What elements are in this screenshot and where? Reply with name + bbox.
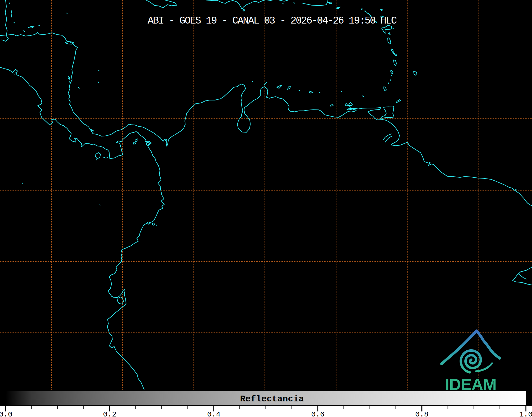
svg-text:0.0: 0.0: [0, 410, 12, 417]
svg-text:0.6: 0.6: [311, 410, 324, 417]
svg-text:1.0: 1.0: [519, 410, 532, 417]
svg-text:0.2: 0.2: [103, 410, 116, 417]
svg-text:0.8: 0.8: [415, 410, 428, 417]
svg-text:0.4: 0.4: [207, 410, 220, 417]
svg-text:ABI - GOES 19 - CANAL 03 - 202: ABI - GOES 19 - CANAL 03 - 2026-04-26 19…: [148, 15, 397, 26]
svg-text:Reflectancia: Reflectancia: [240, 394, 304, 404]
